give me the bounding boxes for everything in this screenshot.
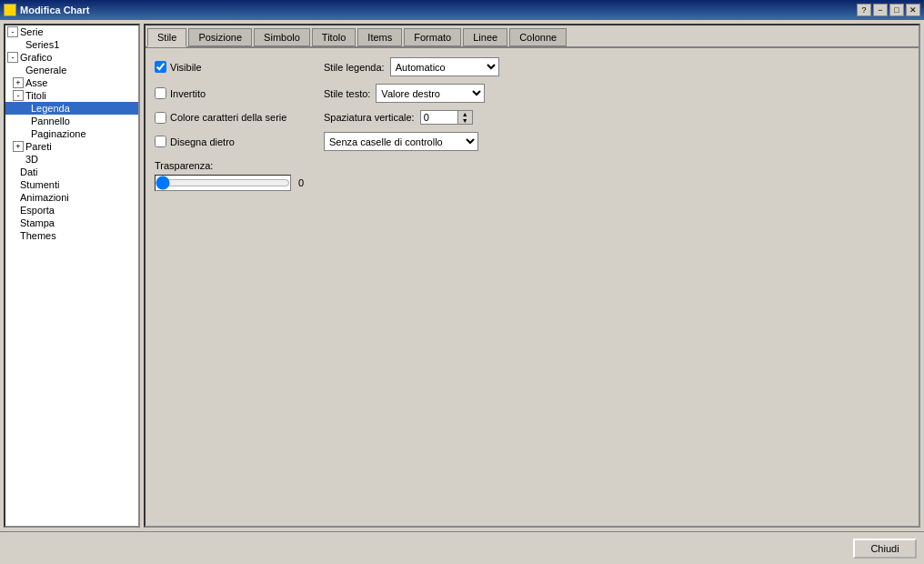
tree-label-asse: Asse <box>25 77 47 88</box>
tree-expander-asse[interactable]: + <box>13 77 24 88</box>
tree-item-generale[interactable]: Generale <box>5 64 138 76</box>
tree-spacer-esporta <box>7 205 18 216</box>
tree-label-generale: Generale <box>25 65 66 76</box>
content-area: -Serie Series1-Grafico Generale +Asse -T… <box>0 20 924 531</box>
tree-item-grafico[interactable]: -Grafico <box>5 51 138 64</box>
tab-items[interactable]: Items <box>357 28 402 47</box>
tree-item-series1[interactable]: Series1 <box>5 38 138 51</box>
close-button[interactable]: ✕ <box>906 4 920 16</box>
tree-item-titoli[interactable]: -Titoli <box>5 89 138 102</box>
bottom-bar: Chiudi <box>0 531 924 564</box>
stile-testo-label: Stile testo: <box>324 88 370 99</box>
tree-item-dati[interactable]: Dati <box>5 166 138 178</box>
stile-legenda-select[interactable]: AutomaticoManualeNessuno <box>390 57 499 76</box>
stile-testo-select[interactable]: Valore destroValore sinistroNessuno <box>376 84 485 103</box>
spaziatura-input[interactable] <box>421 111 457 124</box>
tree-item-pannello[interactable]: Pannello <box>5 115 138 127</box>
tree-spacer-pannello <box>18 116 29 126</box>
trasparenza-slider[interactable] <box>156 176 290 189</box>
tab-content: Visibile Stile legenda: AutomaticoManual… <box>146 48 919 526</box>
tree-spacer-generale <box>13 65 24 76</box>
colore-label: Colore caratteri della serie <box>170 112 286 123</box>
colore-checkbox[interactable] <box>155 112 166 124</box>
tabs-bar: StilePosizioneSimboloTitoloItemsFormatoL… <box>146 25 919 48</box>
tree-item-animazioni[interactable]: Animazioni <box>5 191 138 204</box>
slider-track[interactable] <box>155 175 291 191</box>
row-visibile: Visibile Stile legenda: AutomaticoManual… <box>155 57 909 76</box>
disegna-checkbox-label[interactable]: Disegna dietro <box>155 136 318 147</box>
tree-label-pannello: Pannello <box>31 116 70 126</box>
tree-expander-grafico[interactable]: - <box>7 52 18 63</box>
tree-spacer-dati <box>7 166 18 177</box>
spinbox-down-button[interactable]: ▼ <box>458 117 472 124</box>
tree-item-legenda[interactable]: Legenda <box>5 102 138 115</box>
tree-label-serie: Serie <box>20 26 44 37</box>
slider-section: Trasparenza: 0 <box>155 160 909 191</box>
tab-formato[interactable]: Formato <box>404 28 461 47</box>
invertito-label: Invertito <box>170 88 206 99</box>
tree-item-pareti[interactable]: +Pareti <box>5 140 138 153</box>
trasparenza-label: Trasparenza: <box>155 160 909 171</box>
spinbox-up-button[interactable]: ▲ <box>458 111 472 117</box>
tree-label-3d: 3D <box>25 154 38 165</box>
tree-label-dati: Dati <box>20 166 38 177</box>
tree-item-stumenti[interactable]: Stumenti <box>5 178 138 191</box>
tree-label-legenda: Legenda <box>31 103 70 114</box>
app-icon <box>4 4 16 16</box>
spaziatura-spinbox[interactable]: ▲ ▼ <box>420 110 473 125</box>
tree-expander-serie[interactable]: - <box>7 26 18 37</box>
tree-expander-titoli[interactable]: - <box>13 90 24 101</box>
tab-colonne[interactable]: Colonne <box>509 28 567 47</box>
tree-spacer-stumenti <box>7 179 18 190</box>
title-bar-left: Modifica Chart <box>4 4 89 16</box>
tree-item-serie[interactable]: -Serie <box>5 25 138 38</box>
colore-checkbox-label[interactable]: Colore caratteri della serie <box>155 112 318 124</box>
chiudi-button[interactable]: Chiudi <box>853 539 917 559</box>
invertito-checkbox[interactable] <box>155 87 166 99</box>
window-title: Modifica Chart <box>20 5 89 15</box>
tab-posizione[interactable]: Posizione <box>188 28 252 47</box>
tree-expander-pareti[interactable]: + <box>13 141 24 152</box>
tab-titolo[interactable]: Titolo <box>312 28 357 47</box>
invertito-checkbox-label[interactable]: Invertito <box>155 87 318 99</box>
spinbox-buttons: ▲ ▼ <box>457 111 472 124</box>
tree-item-stampa[interactable]: Stampa <box>5 217 138 229</box>
tree-spacer-legenda <box>18 103 29 114</box>
row-invertito: Invertito Stile testo: Valore destroValo… <box>155 84 909 103</box>
tree-label-themes: Themes <box>20 230 56 241</box>
tree-spacer-series1 <box>13 39 24 50</box>
caselle-select[interactable]: Senza caselle di controlloCon caselle di… <box>324 132 478 151</box>
disegna-label: Disegna dietro <box>170 136 235 147</box>
tree-item-3d[interactable]: 3D <box>5 153 138 166</box>
tree-spacer-themes <box>7 230 18 241</box>
minimize-button[interactable]: − <box>873 4 888 16</box>
tree-panel[interactable]: -Serie Series1-Grafico Generale +Asse -T… <box>4 24 140 528</box>
title-bar: Modifica Chart ? − □ ✕ <box>0 0 924 20</box>
tree-spacer-stampa <box>7 217 18 228</box>
tree-label-titoli: Titoli <box>25 90 46 101</box>
right-panel: StilePosizioneSimboloTitoloItemsFormatoL… <box>144 24 920 528</box>
tree-label-grafico: Grafico <box>20 52 52 63</box>
tree-item-esporta[interactable]: Esporta <box>5 204 138 217</box>
maximize-button[interactable]: □ <box>889 4 904 16</box>
tree-item-asse[interactable]: +Asse <box>5 76 138 89</box>
tree-label-stumenti: Stumenti <box>20 179 59 190</box>
slider-row: 0 <box>155 175 909 191</box>
visibile-checkbox[interactable] <box>155 61 166 73</box>
visibile-checkbox-label[interactable]: Visibile <box>155 61 318 73</box>
help-button[interactable]: ? <box>857 4 871 16</box>
tree-spacer-3d <box>13 154 24 165</box>
visibile-label: Visibile <box>170 62 202 73</box>
tree-item-paginazione[interactable]: Paginazione <box>5 127 138 140</box>
tab-linee[interactable]: Linee <box>463 28 507 47</box>
spaziatura-label: Spaziatura verticale: <box>324 112 415 123</box>
tab-stile[interactable]: Stile <box>147 28 186 47</box>
main-container: -Serie Series1-Grafico Generale +Asse -T… <box>0 20 924 564</box>
tree-spacer-animazioni <box>7 192 18 203</box>
tree-label-series1: Series1 <box>25 39 59 50</box>
tree-label-paginazione: Paginazione <box>31 128 86 139</box>
disegna-checkbox[interactable] <box>155 136 166 147</box>
tree-label-pareti: Pareti <box>25 141 52 152</box>
tab-simbolo[interactable]: Simbolo <box>254 28 310 47</box>
tree-item-themes[interactable]: Themes <box>5 229 138 242</box>
